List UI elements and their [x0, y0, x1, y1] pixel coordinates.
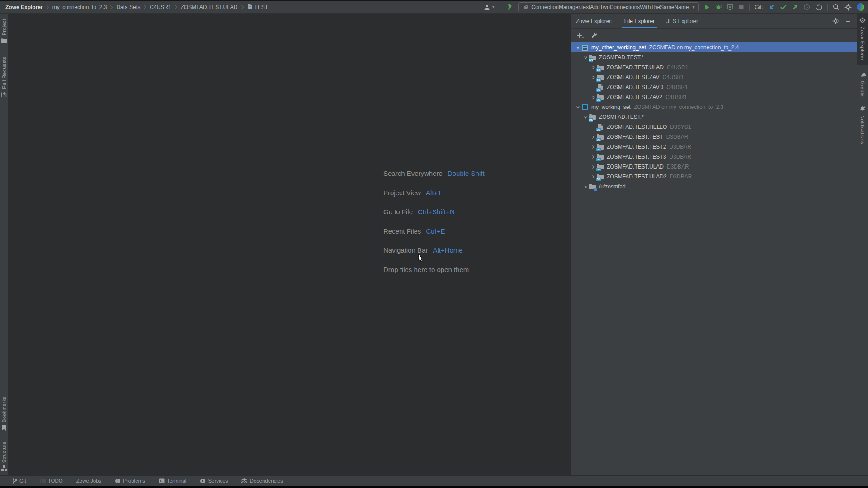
chevron-collapsed-icon[interactable]	[590, 145, 597, 149]
sidebar-item-zowe-explorer[interactable]: Zowe Explorer	[857, 14, 868, 65]
breadcrumb-item-dataset[interactable]: ZOSMFAD.TEST.ULAD	[181, 4, 238, 10]
dataset-file-icon: DS	[597, 84, 604, 91]
hint-project-view: Project ViewAlt+1	[383, 189, 442, 197]
gear-icon	[844, 4, 852, 11]
chevron-expanded-icon[interactable]	[575, 105, 581, 109]
tree-row[interactable]: DS ZOSMFAD.TEST.TEST D3DBAR	[571, 132, 857, 142]
run-configuration-select[interactable]: ConnectionManager.testAddTwoConnectionsW…	[518, 2, 699, 12]
clock-icon	[803, 4, 810, 10]
services-icon	[200, 478, 206, 484]
search-everywhere-button[interactable]	[833, 2, 840, 12]
chevron-collapsed-icon[interactable]	[582, 185, 589, 189]
tree-row[interactable]: DS ZOSMFAD.TEST.ZAV2 C4USR1	[571, 92, 857, 102]
sidebar-item-bookmarks[interactable]: Bookmarks	[1, 394, 7, 432]
tree-row[interactable]: /u/zosmfad	[571, 182, 857, 192]
git-push-button[interactable]	[792, 2, 798, 12]
chevron-collapsed-icon[interactable]	[590, 165, 597, 169]
tree-row[interactable]: DS ZOSMFAD.TEST.*	[571, 52, 857, 62]
sidebar-item-pull-requests[interactable]: Pull Requests	[1, 55, 7, 99]
right-tool-window-stripe: Zowe Explorer Gradle Notifications	[857, 14, 868, 475]
statusbar-item-problems[interactable]: Problems	[115, 478, 145, 484]
stripe-label: Gradle	[860, 81, 865, 97]
wrench-icon[interactable]	[591, 32, 597, 38]
tree-row[interactable]: DS ZOSMFAD.TEST.ULAD2 D3DBAR	[571, 172, 857, 182]
breadcrumb-item-user[interactable]: C4USR1	[150, 4, 171, 10]
breadcrumb-item-root[interactable]: Zowe Explorer	[5, 4, 43, 10]
chevron-right-icon	[110, 5, 113, 9]
sidebar-item-notifications[interactable]: Notifications	[859, 104, 866, 146]
breadcrumb-item-connection[interactable]: my_connection_to_2.3	[52, 4, 107, 10]
tree-row[interactable]: DS ZOSMFAD.TEST.*	[571, 112, 857, 122]
tab-jes-explorer[interactable]: JES Explorer	[664, 14, 701, 28]
dataset-folder-icon: DS	[597, 153, 604, 160]
statusbar-item-terminal[interactable]: Terminal	[159, 478, 186, 483]
statusbar-item-git[interactable]: Git	[12, 478, 26, 484]
rollback-button[interactable]	[815, 2, 822, 12]
chevron-collapsed-icon[interactable]	[590, 135, 597, 139]
code-with-me-avatar[interactable]	[857, 2, 864, 12]
tab-file-explorer[interactable]: File Explorer	[622, 14, 657, 28]
gradle-icon	[859, 72, 866, 78]
chevron-right-icon	[46, 5, 49, 9]
dataset-folder-icon: DS	[597, 133, 604, 141]
file-icon	[247, 4, 252, 10]
chevron-collapsed-icon[interactable]	[590, 66, 597, 70]
breadcrumb-item-label: TEST	[255, 4, 269, 10]
chevron-expanded-icon[interactable]	[575, 46, 581, 50]
tool-window-settings-button[interactable]	[832, 18, 839, 24]
add-button[interactable]	[577, 32, 584, 38]
user-icon	[483, 4, 491, 11]
chevron-collapsed-icon[interactable]	[590, 175, 597, 179]
stop-button[interactable]	[738, 2, 744, 12]
hide-tool-window-button[interactable]	[845, 19, 851, 24]
breadcrumb-item-datasets[interactable]: Data Sets	[116, 4, 140, 10]
git-commit-button[interactable]	[780, 2, 787, 12]
run-with-coverage-button[interactable]	[727, 2, 733, 12]
sidebar-item-gradle[interactable]: Gradle	[859, 70, 866, 99]
stripe-label: Structure	[1, 441, 7, 463]
structure-icon	[1, 465, 7, 471]
tree-row[interactable]: my_other_working_set ZOSMFAD on my_conne…	[571, 42, 857, 52]
dataset-folder-icon: DS	[597, 74, 604, 81]
tree-row[interactable]: my_working_set ZOSMFAD on my_connection_…	[571, 102, 857, 112]
problems-icon	[115, 478, 121, 484]
build-button[interactable]	[505, 2, 513, 12]
breadcrumb-item-member[interactable]: TEST	[247, 4, 269, 10]
debug-button[interactable]	[715, 2, 722, 12]
tree-row[interactable]: DS ZOSMFAD.TEST.ULAD D3DBAR	[571, 162, 857, 172]
tree-row[interactable]: DS ZOSMFAD.TEST.TEST2 D3DBAR	[571, 142, 857, 152]
run-configuration-name: ConnectionManager.testAddTwoConnectionsW…	[531, 4, 689, 10]
git-branch-icon	[12, 478, 17, 484]
tree-row[interactable]: DS ZOSMFAD.TEST.TEST3 D3DBAR	[571, 152, 857, 162]
chevron-collapsed-icon[interactable]	[590, 155, 597, 159]
caret-down-icon: ▼	[691, 5, 695, 9]
settings-button[interactable]	[844, 2, 852, 12]
sidebar-item-project[interactable]: Project	[1, 17, 7, 45]
hint-shortcut: Alt+1	[426, 189, 442, 197]
chevron-expanded-icon[interactable]	[582, 115, 589, 119]
run-button[interactable]	[704, 2, 710, 12]
working-set-icon	[581, 103, 589, 111]
git-update-button[interactable]	[768, 2, 775, 12]
sidebar-item-structure[interactable]: Structure	[1, 440, 7, 473]
working-set-icon	[581, 44, 589, 51]
tree-row[interactable]: DS ZOSMFAD.TEST.HELLO D3SYS1	[571, 122, 857, 132]
statusbar-item-zowe-jobs[interactable]: Zowe Jobs	[76, 478, 102, 483]
editor-area[interactable]: Search EverywhereDouble Shift Project Vi…	[8, 14, 571, 475]
user-profile-button[interactable]: ▼	[483, 2, 495, 12]
tree-row[interactable]: DS ZOSMFAD.TEST.ZAV C4USR1	[571, 72, 857, 82]
chevron-expanded-icon[interactable]	[582, 56, 589, 60]
hint-shortcut: Ctrl+Shift+N	[418, 208, 455, 216]
breadcrumb: Zowe Explorer my_connection_to_2.3 Data …	[5, 4, 268, 10]
history-button[interactable]	[803, 2, 810, 12]
bookmark-icon	[1, 425, 6, 431]
statusbar-item-services[interactable]: Services	[200, 478, 228, 484]
chevron-collapsed-icon[interactable]	[590, 95, 597, 99]
chevron-collapsed-icon[interactable]	[590, 75, 597, 80]
statusbar-item-todo[interactable]: TODO	[40, 478, 63, 483]
arrow-up-right-icon	[792, 4, 798, 10]
tree-row[interactable]: DS ZOSMFAD.TEST.ZAVD C4USR1	[571, 82, 857, 92]
statusbar-item-dependencies[interactable]: Dependencies	[241, 478, 283, 483]
play-icon	[704, 4, 710, 10]
tree-row[interactable]: DS ZOSMFAD.TEST.ULAD C4USR1	[571, 62, 857, 72]
